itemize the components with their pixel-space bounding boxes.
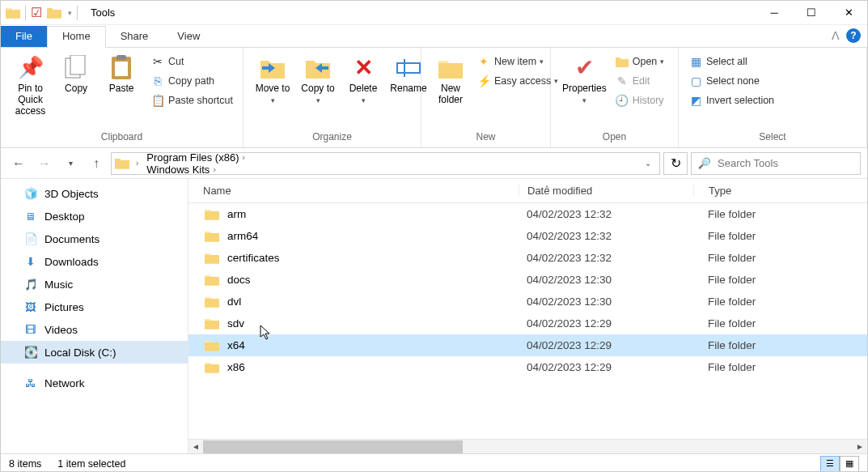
maximize-button[interactable]: ☐: [793, 1, 830, 25]
nav-item[interactable]: 🖥Desktop: [1, 205, 188, 227]
table-row[interactable]: certificates04/02/2023 12:32File folder: [188, 247, 867, 269]
invert-selection-button[interactable]: ◩Invert selection: [685, 91, 777, 109]
view-large-icons-button[interactable]: ▦: [840, 456, 859, 472]
status-bar: 8 items 1 item selected ☰ ▦: [1, 453, 867, 472]
paste-shortcut-button[interactable]: 📋Paste shortcut: [147, 91, 236, 109]
status-count: 8 items: [9, 458, 41, 470]
qat-dropdown-icon[interactable]: ▾: [68, 9, 72, 17]
table-row[interactable]: dvl04/02/2023 12:30File folder: [188, 291, 867, 313]
horizontal-scrollbar[interactable]: ◄►: [188, 439, 867, 453]
open-icon: [615, 54, 629, 69]
qat-properties-icon[interactable]: ☑: [31, 5, 42, 20]
nav-item[interactable]: 📄Documents: [1, 227, 188, 250]
nav-label: Pictures: [44, 301, 84, 313]
copy-button[interactable]: Copy: [53, 51, 99, 109]
nav-label: Music: [44, 279, 73, 291]
easy-access-button[interactable]: ⚡Easy access ▾: [473, 72, 561, 90]
file-type: File folder: [693, 208, 867, 220]
nav-icon: 🖥: [23, 209, 38, 223]
nav-item[interactable]: ⬇Downloads: [1, 250, 188, 273]
tab-share[interactable]: Share: [106, 26, 163, 47]
group-label-clipboard: Clipboard: [7, 130, 236, 146]
file-type: File folder: [693, 274, 867, 286]
back-button[interactable]: ←: [7, 152, 30, 175]
nav-item[interactable]: 🖼Pictures: [1, 296, 188, 318]
help-icon[interactable]: ?: [846, 28, 861, 43]
copy-path-button[interactable]: ⎘Copy path: [147, 72, 236, 90]
edit-button[interactable]: ✎Edit: [612, 72, 668, 90]
move-to-icon: [259, 54, 286, 82]
table-row[interactable]: x8604/02/2023 12:29File folder: [188, 356, 867, 378]
table-row[interactable]: arm04/02/2023 12:32File folder: [188, 203, 867, 225]
refresh-button[interactable]: ↻: [663, 152, 688, 175]
ribbon: 📌 Pin to Quick access Copy Paste ✂Cut ⎘C…: [1, 48, 867, 148]
folder-icon: [205, 296, 219, 308]
recent-locations-button[interactable]: ▾: [59, 152, 82, 175]
address-bar[interactable]: › This PC›Local Disk (C:)›Program Files …: [111, 152, 660, 175]
new-folder-button[interactable]: New folder: [428, 51, 473, 109]
properties-button[interactable]: ✔ Properties▾: [557, 51, 612, 109]
table-row[interactable]: x6404/02/2023 12:29File folder: [188, 334, 867, 356]
forward-button[interactable]: →: [33, 152, 56, 175]
copy-to-button[interactable]: Copy to ▾: [295, 51, 341, 109]
file-name: arm: [227, 208, 246, 220]
folder-icon: [205, 274, 219, 286]
file-type: File folder: [693, 317, 867, 330]
qat-folder-icon[interactable]: [47, 6, 61, 19]
copy-icon: [62, 54, 90, 82]
history-button[interactable]: 🕘History: [612, 91, 668, 109]
file-name: docs: [227, 274, 251, 286]
nav-label: Local Disk (C:): [44, 347, 116, 359]
column-headers[interactable]: Nameᐱ Date modified Type: [188, 179, 867, 203]
nav-item[interactable]: 🧊3D Objects: [1, 182, 188, 205]
folder-icon: [205, 208, 219, 220]
delete-button[interactable]: ✕ Delete▾: [341, 51, 386, 109]
ribbon-tabs: File Home Share View ᐱ ?: [1, 25, 867, 48]
edit-icon: ✎: [615, 74, 629, 88]
nav-item[interactable]: 🎵Music: [1, 273, 188, 296]
new-item-button[interactable]: ✦New item ▾: [473, 53, 561, 70]
open-button[interactable]: Open ▾: [612, 53, 668, 70]
pin-quick-access-button[interactable]: 📌 Pin to Quick access: [7, 51, 53, 120]
svg-rect-5: [397, 63, 420, 73]
select-all-icon: ▦: [688, 54, 703, 69]
breadcrumb[interactable]: Program Files (x86)›: [145, 152, 249, 164]
nav-item[interactable]: 🎞Videos: [1, 318, 188, 341]
file-name: x86: [227, 361, 245, 373]
status-selected: 1 item selected: [57, 458, 125, 470]
app-icon: [6, 6, 20, 19]
file-name: sdv: [227, 317, 244, 330]
nav-label: Downloads: [44, 256, 99, 268]
close-button[interactable]: ✕: [830, 1, 867, 25]
move-to-button[interactable]: Move to ▾: [250, 51, 295, 109]
file-date: 04/02/2023 12:30: [519, 274, 693, 286]
navigation-pane[interactable]: 🧊3D Objects🖥Desktop📄Documents⬇Downloads🎵…: [1, 179, 188, 453]
file-date: 04/02/2023 12:32: [519, 208, 693, 220]
tab-view[interactable]: View: [163, 26, 214, 47]
file-type: File folder: [693, 361, 867, 373]
table-row[interactable]: sdv04/02/2023 12:29File folder: [188, 313, 867, 334]
up-button[interactable]: ↑: [85, 152, 108, 175]
nav-icon: 🎵: [23, 277, 38, 291]
select-none-button[interactable]: ▢Select none: [685, 72, 777, 90]
nav-icon: 🖼: [23, 300, 38, 314]
address-dropdown-icon[interactable]: ⌄: [640, 159, 656, 168]
nav-item[interactable]: 🖧Network: [1, 372, 188, 394]
cut-button[interactable]: ✂Cut: [147, 53, 236, 70]
nav-icon: 🖧: [23, 376, 38, 390]
breadcrumb[interactable]: Windows Kits›: [145, 164, 249, 175]
nav-item[interactable]: 💽Local Disk (C:): [1, 341, 188, 364]
file-date: 04/02/2023 12:29: [519, 339, 693, 351]
collapse-ribbon-icon[interactable]: ᐱ: [832, 29, 840, 42]
table-row[interactable]: arm6404/02/2023 12:32File folder: [188, 225, 867, 247]
tab-home[interactable]: Home: [47, 26, 106, 48]
nav-label: 3D Objects: [44, 188, 99, 200]
paste-button[interactable]: Paste: [99, 51, 144, 109]
minimize-button[interactable]: ─: [756, 1, 793, 25]
table-row[interactable]: docs04/02/2023 12:30File folder: [188, 269, 867, 291]
view-details-button[interactable]: ☰: [820, 456, 840, 472]
tab-file[interactable]: File: [1, 26, 47, 47]
select-all-button[interactable]: ▦Select all: [685, 53, 777, 70]
copy-path-icon: ⎘: [150, 74, 165, 88]
search-box[interactable]: 🔍 Search Tools: [691, 152, 861, 175]
